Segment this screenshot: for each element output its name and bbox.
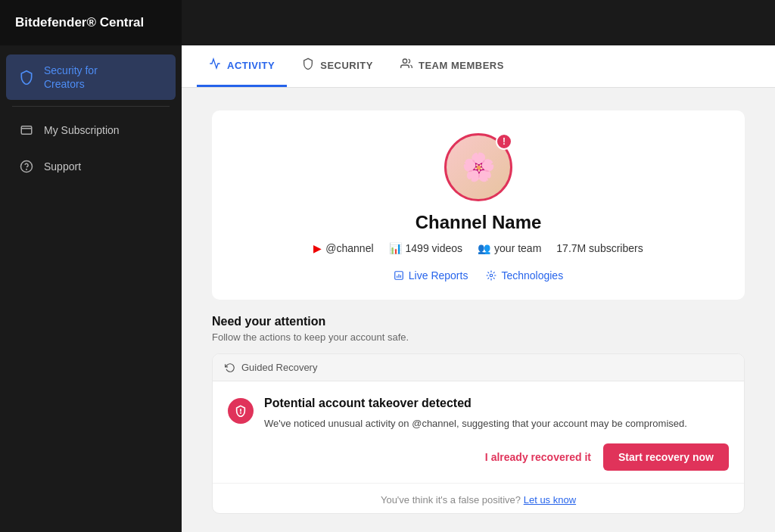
alert-description: We've noticed unusual activity on @chann…: [264, 416, 729, 431]
sidebar-item-security-label: Security for Creators: [44, 64, 98, 91]
channel-handle: ▶ @channel: [313, 242, 373, 254]
app-logo: Bitdefender® Central: [0, 0, 182, 45]
sidebar-item-security-for-creators[interactable]: Security for Creators: [6, 54, 176, 100]
let-us-know-link[interactable]: Let us know: [524, 494, 576, 506]
svg-point-5: [490, 274, 493, 277]
main-content: ACTIVITY SECURITY TEAM MEMBERS: [182, 0, 775, 532]
support-icon: [18, 158, 35, 175]
tab-security[interactable]: SECURITY: [290, 45, 385, 87]
live-reports-label: Live Reports: [409, 269, 468, 282]
tab-team-members-label: TEAM MEMBERS: [419, 60, 504, 71]
recovery-icon: [225, 362, 235, 373]
page-content: 🌸 ! Channel Name ▶ @channel 📊 1499 video…: [182, 88, 775, 532]
start-recovery-button[interactable]: Start recovery now: [603, 443, 729, 471]
activity-tab-icon: [209, 58, 221, 73]
alert-shield-icon: [228, 398, 254, 424]
alert-text: Potential account takeover detected We'v…: [264, 397, 729, 471]
svg-point-2: [26, 170, 27, 170]
live-reports-link[interactable]: Live Reports: [394, 269, 468, 282]
team-tab-icon: [400, 58, 412, 73]
alert-actions: I already recovered it Start recovery no…: [264, 443, 729, 471]
alert-card: Guided Recovery Potential account ta: [212, 353, 745, 514]
logo-text: Bitdefender® Central: [15, 15, 144, 30]
sidebar-nav: Security for Creators My Subscription Su…: [0, 45, 182, 532]
channel-subscribers: 17.7M subscribers: [556, 242, 643, 254]
tab-activity-label: ACTIVITY: [227, 60, 275, 71]
topbar: [182, 0, 775, 45]
svg-rect-0: [21, 126, 32, 135]
channel-avatar-wrap: 🌸 !: [444, 133, 512, 201]
alert-card-header: Guided Recovery: [213, 354, 744, 381]
tab-security-label: SECURITY: [320, 60, 373, 71]
attention-subtitle: Follow the actions to keep your account …: [212, 331, 745, 343]
tab-activity[interactable]: ACTIVITY: [197, 45, 287, 87]
technologies-label: Technologies: [501, 269, 563, 282]
guided-recovery-label: Guided Recovery: [241, 362, 317, 373]
youtube-icon: ▶: [313, 242, 322, 254]
channel-team: 👥 your team: [478, 242, 541, 254]
sidebar: Bitdefender® Central Security for Creato…: [0, 0, 182, 532]
technologies-icon: [486, 270, 496, 281]
shield-icon: [18, 69, 35, 86]
channel-meta: ▶ @channel 📊 1499 videos 👥 your team 17.…: [313, 242, 643, 254]
live-reports-icon: [394, 270, 404, 281]
video-icon: 📊: [389, 242, 402, 254]
attention-section: Need your attention Follow the actions t…: [212, 315, 745, 514]
sidebar-item-support[interactable]: Support: [6, 149, 176, 184]
channel-videos: 📊 1499 videos: [389, 242, 463, 254]
channel-name: Channel Name: [416, 212, 542, 233]
sidebar-item-subscription-label: My Subscription: [44, 123, 120, 137]
channel-card: 🌸 ! Channel Name ▶ @channel 📊 1499 video…: [212, 110, 745, 300]
technologies-link[interactable]: Technologies: [486, 269, 563, 282]
sidebar-item-my-subscription[interactable]: My Subscription: [6, 113, 176, 148]
false-positive-text: You've think it's a false positive?: [381, 494, 521, 506]
channel-actions: Live Reports Technologies: [394, 269, 563, 282]
svg-point-7: [241, 412, 241, 413]
security-tab-icon: [302, 58, 314, 73]
alert-row: Potential account takeover detected We'v…: [228, 397, 729, 471]
tabs-bar: ACTIVITY SECURITY TEAM MEMBERS: [182, 45, 775, 88]
alert-badge: !: [496, 133, 512, 150]
tab-team-members[interactable]: TEAM MEMBERS: [388, 45, 516, 87]
alert-title: Potential account takeover detected: [264, 397, 729, 410]
subscription-icon: [18, 122, 35, 138]
sidebar-item-support-label: Support: [44, 160, 81, 173]
alert-card-body: Potential account takeover detected We'v…: [213, 381, 744, 483]
attention-title: Need your attention: [212, 315, 745, 328]
already-recovered-button[interactable]: I already recovered it: [485, 451, 591, 463]
sidebar-divider: [12, 106, 170, 107]
false-positive-section: You've think it's a false positive? Let …: [213, 483, 744, 513]
svg-point-3: [403, 59, 406, 63]
team-icon: 👥: [478, 242, 490, 254]
